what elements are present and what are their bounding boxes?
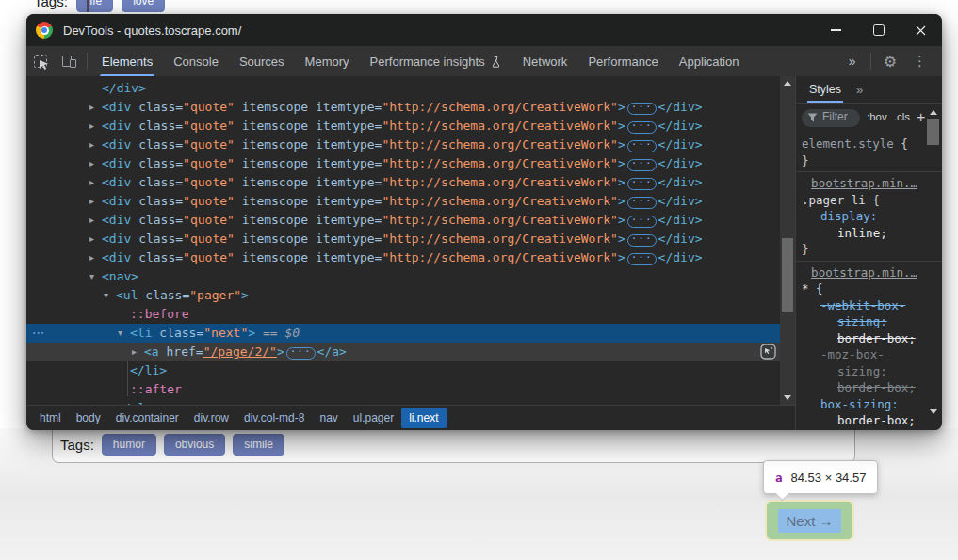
ellipsis-icon[interactable]: ··· bbox=[627, 140, 657, 152]
tree-row[interactable]: ▸<div class="quote" itemscope itemtype="… bbox=[26, 117, 780, 136]
maximize-button[interactable] bbox=[857, 14, 900, 46]
breadcrumb-item-div-col-md-8[interactable]: div.col-md-8 bbox=[236, 408, 312, 428]
breadcrumb-item-html[interactable]: html bbox=[32, 408, 69, 428]
ellipsis-icon[interactable]: ··· bbox=[627, 121, 657, 134]
style-token: -moz-box- bbox=[820, 347, 885, 361]
ellipsis-icon[interactable]: ··· bbox=[627, 159, 657, 171]
tree-row[interactable]: ▾<nav> bbox=[26, 267, 780, 286]
tag-pill-life[interactable]: life bbox=[76, 0, 113, 12]
ellipsis-icon[interactable]: ··· bbox=[627, 103, 657, 115]
scroll-up-icon[interactable] bbox=[784, 81, 791, 86]
tab-label: Performance bbox=[588, 55, 658, 69]
styles-filter-row: Filter :hov .cls + bbox=[796, 104, 942, 132]
code-token: "quote" bbox=[183, 100, 235, 114]
tree-row[interactable]: ▸<div class="quote" itemscope itemtype="… bbox=[26, 154, 780, 173]
minimize-button[interactable] bbox=[815, 14, 857, 46]
breadcrumb-item-div-row[interactable]: div.row bbox=[187, 408, 236, 428]
code-token: </div> bbox=[658, 213, 703, 227]
breadcrumb-item-body[interactable]: body bbox=[69, 408, 108, 428]
code-token: class= bbox=[131, 100, 183, 114]
breadcrumb-item-div-container[interactable]: div.container bbox=[108, 408, 187, 428]
scroll-thumb[interactable] bbox=[782, 238, 793, 312]
tree-row[interactable]: ::before bbox=[26, 305, 780, 324]
scroll-down-icon[interactable] bbox=[784, 395, 791, 400]
tab-elements[interactable]: Elements bbox=[91, 46, 163, 76]
ellipsis-icon[interactable]: ··· bbox=[286, 347, 316, 360]
tab-memory[interactable]: Memory bbox=[295, 46, 360, 76]
tag-pill-obvious[interactable]: obvious bbox=[164, 434, 225, 456]
tree-row[interactable]: ⋯▾<li class="next"> == $0 bbox=[26, 324, 780, 343]
tree-row[interactable]: ▸<div class="quote" itemscope itemtype="… bbox=[26, 192, 780, 211]
tag-pill-humor[interactable]: humor bbox=[102, 434, 156, 456]
breadcrumb-item-nav[interactable]: nav bbox=[312, 408, 345, 428]
chevron-right-icon[interactable]: ▸ bbox=[89, 173, 102, 192]
inspect-element-button[interactable] bbox=[26, 46, 55, 76]
chevron-down-icon[interactable]: ▾ bbox=[89, 267, 102, 286]
tag-pill-simile[interactable]: simile bbox=[233, 434, 284, 456]
chevron-right-icon[interactable]: ▸ bbox=[89, 98, 102, 117]
style-token: * bbox=[802, 281, 816, 296]
tab-performance-insights[interactable]: Performance insights bbox=[360, 46, 512, 76]
chevron-right-icon[interactable]: ▸ bbox=[89, 136, 102, 154]
style-token: } bbox=[802, 430, 809, 431]
tree-row[interactable]: ::after bbox=[26, 380, 780, 399]
tab-label: Memory bbox=[305, 55, 349, 69]
filter-input[interactable]: Filter bbox=[802, 109, 860, 127]
stylesheet-source-link[interactable]: bootstrap.min.… bbox=[811, 176, 917, 190]
tree-row[interactable]: </ul> bbox=[26, 399, 780, 405]
chevron-right-icon[interactable]: ▸ bbox=[89, 230, 102, 248]
chevron-down-icon[interactable]: ▾ bbox=[104, 286, 116, 305]
chevron-right-icon[interactable]: ▸ bbox=[132, 343, 144, 361]
chevron-right-icon[interactable]: ▸ bbox=[89, 154, 102, 173]
ellipsis-icon[interactable]: ··· bbox=[627, 197, 657, 209]
node-menu-dots-icon[interactable]: ⋯ bbox=[32, 324, 44, 343]
tree-row[interactable]: ▸<div class="quote" itemscope itemtype="… bbox=[26, 98, 780, 117]
code-token: </div> bbox=[658, 137, 703, 152]
tab-application[interactable]: Application bbox=[669, 46, 750, 76]
tree-row[interactable]: ▸<div class="quote" itemscope itemtype="… bbox=[26, 230, 780, 248]
pseudo-state-button[interactable]: :hov bbox=[867, 109, 887, 126]
tag-pill-love[interactable]: love bbox=[122, 0, 165, 12]
next-link[interactable]: Next → bbox=[778, 509, 841, 533]
tree-row[interactable]: </div> bbox=[26, 79, 780, 98]
scroll-thumb[interactable] bbox=[927, 119, 939, 145]
tree-row[interactable]: ▸<div class="quote" itemscope itemtype="… bbox=[26, 248, 780, 267]
breadcrumb-item-li-next[interactable]: li.next bbox=[401, 408, 446, 428]
more-tabs-icon[interactable]: » bbox=[839, 54, 867, 69]
chevron-right-icon[interactable]: ▸ bbox=[89, 192, 102, 211]
tab-performance[interactable]: Performance bbox=[577, 46, 668, 76]
ellipsis-icon[interactable]: ··· bbox=[627, 234, 657, 247]
settings-gear-icon[interactable]: ⚙ bbox=[875, 53, 905, 71]
stylesheet-source-link[interactable]: bootstrap.min.… bbox=[811, 265, 917, 280]
chevron-down-icon[interactable]: ▾ bbox=[118, 324, 130, 343]
close-button[interactable] bbox=[900, 14, 942, 46]
tree-row[interactable]: ▸<div class="quote" itemscope itemtype="… bbox=[26, 136, 780, 154]
new-style-rule-button[interactable]: + bbox=[917, 110, 925, 125]
scroll-down-icon[interactable] bbox=[930, 409, 937, 414]
tree-row[interactable]: ▾<ul class="pager"> bbox=[26, 286, 780, 305]
styles-more-tabs-icon[interactable]: » bbox=[856, 83, 864, 97]
style-rules: element.style {}bootstrap.min.….pager li… bbox=[796, 132, 942, 430]
tree-row[interactable]: ▸<div class="quote" itemscope itemtype="… bbox=[26, 211, 780, 230]
tree-row[interactable]: ▸<div class="quote" itemscope itemtype="… bbox=[26, 173, 780, 192]
class-toggle-button[interactable]: .cls bbox=[894, 109, 910, 126]
chevron-right-icon[interactable]: ▸ bbox=[89, 248, 102, 267]
code-token: "http://schema.org/CreativeWork" bbox=[382, 137, 617, 152]
tab-console[interactable]: Console bbox=[163, 46, 229, 76]
breadcrumb-item-ul-pager[interactable]: ul.pager bbox=[346, 408, 401, 428]
device-toolbar-button[interactable] bbox=[55, 46, 83, 76]
ellipsis-icon[interactable]: ··· bbox=[627, 253, 657, 265]
chevron-right-icon[interactable]: ▸ bbox=[89, 117, 102, 136]
code-token: class= bbox=[131, 232, 183, 246]
tab-styles[interactable]: Styles bbox=[809, 76, 841, 103]
tab-sources[interactable]: Sources bbox=[229, 46, 295, 76]
close-icon bbox=[916, 25, 926, 36]
menu-dots-icon[interactable]: ⋮ bbox=[905, 53, 934, 70]
tree-row[interactable]: ▸<a href="/page/2/">···</a> bbox=[26, 343, 780, 361]
tab-network[interactable]: Network bbox=[512, 46, 578, 76]
scroll-up-icon[interactable] bbox=[930, 110, 937, 115]
ellipsis-icon[interactable]: ··· bbox=[627, 216, 657, 228]
ellipsis-icon[interactable]: ··· bbox=[627, 178, 657, 190]
chevron-right-icon[interactable]: ▸ bbox=[89, 211, 102, 230]
tree-row[interactable]: </li> bbox=[26, 361, 780, 380]
